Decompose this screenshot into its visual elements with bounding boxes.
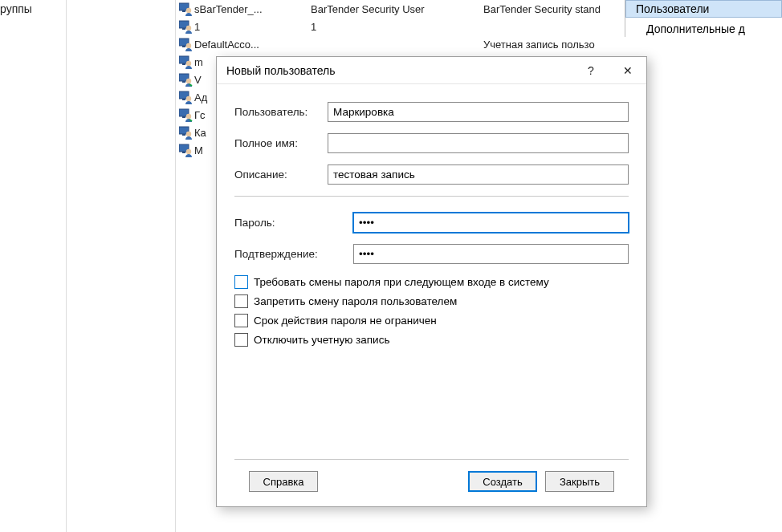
dialog-title: Новый пользователь <box>226 64 572 77</box>
svg-point-2 <box>186 7 191 12</box>
help-button[interactable]: ? <box>572 57 609 84</box>
username-input[interactable] <box>328 102 629 122</box>
list-item[interactable]: 1 1 <box>178 18 625 35</box>
user-icon <box>178 71 194 87</box>
separator <box>234 196 629 197</box>
user-icon <box>178 54 194 70</box>
svg-point-5 <box>186 25 191 30</box>
confirm-password-input[interactable] <box>353 244 629 264</box>
checkbox-icon[interactable] <box>234 275 248 289</box>
dialog-titlebar[interactable]: Новый пользователь ? ✕ <box>217 57 646 84</box>
fullname-input[interactable] <box>328 133 629 153</box>
checkbox-row-no-change[interactable]: Запретить смену пароля пользователем <box>234 294 629 308</box>
close-icon[interactable]: ✕ <box>609 57 646 84</box>
description-label: Описание: <box>234 169 328 181</box>
help-button-footer[interactable]: Справка <box>249 471 318 492</box>
divider-vert-2 <box>175 0 176 532</box>
user-icon <box>178 89 194 105</box>
user-icon <box>178 107 194 123</box>
svg-point-14 <box>186 78 191 83</box>
list-item[interactable]: sBarTender_... BarTender Security User B… <box>178 0 625 18</box>
user-icon <box>178 124 194 140</box>
fullname-label: Полное имя: <box>234 137 328 149</box>
list-cell-name: sBarTender_... <box>194 3 311 15</box>
svg-point-26 <box>186 148 191 153</box>
divider-vert-1 <box>66 0 67 532</box>
svg-point-23 <box>186 131 191 136</box>
svg-rect-13 <box>182 81 185 83</box>
checkbox-icon[interactable] <box>234 314 248 327</box>
svg-rect-16 <box>182 99 185 100</box>
checkbox-row-disable[interactable]: Отключить учетную запись <box>234 333 629 347</box>
close-button[interactable]: Закрыть <box>545 471 614 492</box>
action-panel-heading[interactable]: Пользователи <box>625 0 782 18</box>
checkbox-label: Срок действия пароля не ограничен <box>254 315 437 327</box>
svg-rect-22 <box>182 134 185 136</box>
new-user-dialog: Новый пользователь ? ✕ Пользователь: Пол… <box>216 56 647 507</box>
svg-rect-10 <box>182 63 185 65</box>
user-icon <box>178 18 194 35</box>
svg-rect-19 <box>182 116 185 118</box>
user-icon <box>178 142 194 158</box>
checkbox-icon[interactable] <box>234 333 248 347</box>
password-input[interactable] <box>353 213 629 233</box>
list-cell-info: Учетная запись пользо <box>483 39 625 51</box>
svg-rect-1 <box>182 10 185 12</box>
create-button[interactable]: Создать <box>468 471 537 492</box>
list-cell-desc: BarTender Security User <box>311 3 483 15</box>
checkbox-label: Отключить учетную запись <box>254 334 389 346</box>
svg-point-17 <box>186 95 191 100</box>
svg-point-8 <box>186 43 191 47</box>
svg-point-11 <box>186 60 191 65</box>
checkbox-icon[interactable] <box>234 294 248 308</box>
checkbox-label: Требовать смены пароля при следующем вхо… <box>254 276 549 288</box>
sidebar-groups-label: руппы <box>0 2 32 15</box>
user-icon <box>178 1 194 17</box>
action-panel-item[interactable]: Дополнительные д <box>625 18 782 37</box>
svg-point-20 <box>186 113 191 118</box>
checkbox-row-no-expire[interactable]: Срок действия пароля не ограничен <box>234 314 629 327</box>
list-cell-info: BarTender Security stand <box>483 3 625 15</box>
list-cell-name: 1 <box>194 21 311 33</box>
list-cell-desc: 1 <box>311 21 483 33</box>
confirm-password-label: Подтверждение: <box>234 248 353 260</box>
svg-rect-7 <box>182 46 185 47</box>
user-icon <box>178 36 194 52</box>
svg-rect-4 <box>182 28 185 30</box>
password-label: Пароль: <box>234 217 353 229</box>
list-item[interactable]: DefaultAcco... Учетная запись пользо <box>178 35 625 53</box>
svg-rect-25 <box>182 152 185 153</box>
action-panel: Пользователи Дополнительные д <box>625 0 782 37</box>
checkbox-label: Запретить смену пароля пользователем <box>254 295 457 307</box>
checkbox-row-require-change[interactable]: Требовать смены пароля при следующем вхо… <box>234 275 629 289</box>
description-input[interactable] <box>328 164 629 185</box>
list-cell-name: DefaultAcco... <box>194 39 311 51</box>
username-label: Пользователь: <box>234 106 328 118</box>
